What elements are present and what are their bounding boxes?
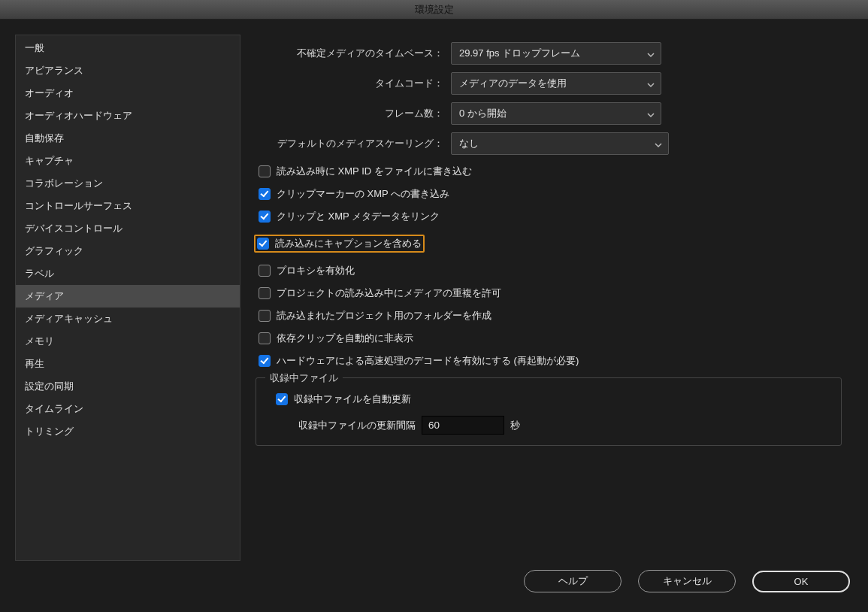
framecount-value: 0 から開始: [459, 107, 507, 120]
xmp-marker-checkbox[interactable]: [259, 188, 271, 200]
sidebar-item[interactable]: トリミング: [16, 420, 240, 443]
hide-dep-label: 依存クリップを自動的に非表示: [277, 332, 413, 345]
proxy-label: プロキシを有効化: [277, 264, 355, 277]
scaling-label: デフォルトのメディアスケーリング：: [256, 137, 451, 150]
sidebar-item[interactable]: キャプチャ: [16, 150, 240, 172]
chevron-down-icon: [647, 110, 655, 117]
ok-button[interactable]: OK: [752, 571, 850, 592]
sidebar-item[interactable]: コラボレーション: [16, 172, 240, 195]
scaling-dropdown[interactable]: なし: [451, 132, 669, 155]
sidebar-item[interactable]: アピアランス: [16, 59, 240, 82]
cancel-button[interactable]: キャンセル: [638, 570, 736, 592]
xmp-marker-label: クリップマーカーの XMP への書き込み: [277, 187, 449, 201]
dialog-footer: ヘルプ キャンセル OK: [0, 561, 868, 592]
timecode-value: メディアのデータを使用: [459, 77, 567, 90]
hw-decode-checkbox[interactable]: [259, 355, 271, 367]
sidebar-item[interactable]: デバイスコントロール: [16, 217, 240, 240]
sidebar-item[interactable]: メモリ: [16, 330, 240, 353]
category-sidebar: 一般アピアランスオーディオオーディオハードウェア自動保存キャプチャコラボレーショ…: [15, 35, 240, 561]
interval-input[interactable]: [422, 416, 504, 435]
chevron-down-icon: [647, 80, 655, 87]
growing-files-group: 収録中ファイル 収録中ファイルを自動更新 収録中ファイルの更新間隔 秒: [256, 377, 842, 446]
sidebar-item[interactable]: オーディオハードウェア: [16, 105, 240, 127]
scaling-value: なし: [459, 137, 479, 150]
interval-unit: 秒: [510, 419, 520, 432]
framecount-label: フレーム数：: [256, 107, 451, 120]
sidebar-item[interactable]: タイムライン: [16, 398, 240, 420]
timecode-dropdown[interactable]: メディアのデータを使用: [451, 72, 661, 95]
checkbox-group: 読み込み時に XMP ID をファイルに書き込む クリップマーカーの XMP へ…: [256, 162, 853, 370]
sidebar-item[interactable]: メディアキャッシュ: [16, 308, 240, 330]
sidebar-item[interactable]: 自動保存: [16, 127, 240, 150]
help-button[interactable]: ヘルプ: [524, 570, 622, 592]
sidebar-item[interactable]: ラベル: [16, 262, 240, 285]
xmp-write-checkbox[interactable]: [259, 165, 271, 177]
sidebar-item[interactable]: 設定の同期: [16, 375, 240, 398]
interval-label: 収録中ファイルの更新間隔: [298, 419, 416, 432]
growing-files-legend: 収録中ファイル: [265, 371, 343, 385]
chevron-down-icon: [647, 50, 655, 57]
timecode-label: タイムコード：: [256, 77, 451, 90]
include-caption-checkbox[interactable]: [257, 238, 269, 250]
window-title: 環境設定: [0, 0, 868, 20]
include-caption-label: 読み込みにキャプションを含める: [275, 237, 422, 250]
dialog-body: 一般アピアランスオーディオオーディオハードウェア自動保存キャプチャコラボレーショ…: [0, 20, 868, 561]
settings-panel: 不確定メディアのタイムベース： 29.97 fps ドロップフレーム タイムコー…: [256, 35, 853, 561]
auto-refresh-checkbox[interactable]: [276, 393, 288, 405]
create-folder-checkbox[interactable]: [259, 310, 271, 322]
sidebar-item[interactable]: コントロールサーフェス: [16, 195, 240, 217]
sidebar-item[interactable]: オーディオ: [16, 82, 240, 105]
chevron-down-icon: [655, 140, 662, 147]
framecount-dropdown[interactable]: 0 から開始: [451, 102, 661, 125]
sidebar-item[interactable]: 一般: [16, 37, 240, 59]
proxy-checkbox[interactable]: [259, 265, 271, 277]
timebase-value: 29.97 fps ドロップフレーム: [459, 47, 580, 60]
sidebar-item[interactable]: メディア: [16, 285, 240, 308]
hide-dep-checkbox[interactable]: [259, 332, 271, 344]
xmp-write-label: 読み込み時に XMP ID をファイルに書き込む: [277, 165, 472, 178]
auto-refresh-label: 収録中ファイルを自動更新: [294, 392, 411, 406]
sidebar-item[interactable]: 再生: [16, 353, 240, 375]
create-folder-label: 読み込まれたプロジェクト用のフォルダーを作成: [277, 309, 491, 323]
allow-dup-checkbox[interactable]: [259, 287, 271, 299]
allow-dup-label: プロジェクトの読み込み中にメディアの重複を許可: [277, 286, 501, 300]
xmp-link-label: クリップと XMP メタデータをリンク: [277, 210, 440, 223]
timebase-label: 不確定メディアのタイムベース：: [256, 47, 451, 60]
hw-decode-label: ハードウェアによる高速処理のデコードを有効にする (再起動が必要): [277, 354, 579, 368]
xmp-link-checkbox[interactable]: [259, 211, 271, 223]
sidebar-item[interactable]: グラフィック: [16, 240, 240, 262]
timebase-dropdown[interactable]: 29.97 fps ドロップフレーム: [451, 42, 661, 65]
